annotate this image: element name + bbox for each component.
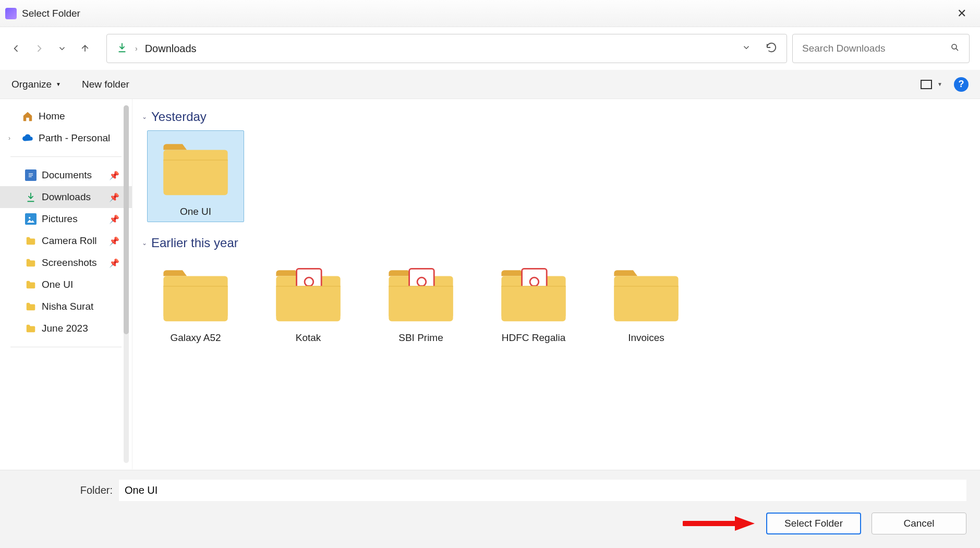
back-button[interactable] <box>10 43 22 54</box>
folder-icon <box>158 264 234 323</box>
downloads-icon <box>25 191 37 203</box>
help-button[interactable]: ? <box>954 77 969 92</box>
folder-item[interactable]: SBI Prime <box>372 257 469 348</box>
navigation-bar: › Downloads <box>0 27 980 70</box>
folder-icon <box>25 235 37 247</box>
pin-icon: 📌 <box>109 214 119 224</box>
forward-button[interactable] <box>33 43 45 54</box>
folder-label: Galaxy A52 <box>148 332 244 348</box>
content-pane[interactable]: ⌄YesterdayOne UI⌄Earlier this yearGalaxy… <box>132 99 980 469</box>
folder-icon <box>383 264 459 323</box>
folder-icon <box>608 264 684 323</box>
svg-rect-2 <box>29 174 33 174</box>
group-header[interactable]: ⌄Earlier this year <box>142 236 971 250</box>
sidebar-item-home[interactable]: Home <box>0 105 132 127</box>
folder-icon <box>270 264 346 323</box>
address-bar[interactable]: › Downloads <box>106 34 787 63</box>
sidebar-item-label: One UI <box>42 279 73 290</box>
title-bar: Select Folder ✕ <box>0 0 980 27</box>
sidebar: Home › Parth - Personal Documents📌Downlo… <box>0 99 132 469</box>
chevron-right-icon[interactable]: › <box>8 135 10 142</box>
folder-item[interactable]: HDFC Regalia <box>485 257 582 348</box>
chevron-down-icon: ▼ <box>937 81 942 87</box>
sidebar-item-label: Downloads <box>42 191 91 203</box>
chevron-down-icon: ▼ <box>56 81 61 87</box>
sidebar-item-label: Camera Roll <box>42 235 97 247</box>
pin-icon: 📌 <box>109 236 119 246</box>
folder-label: Invoices <box>598 332 694 348</box>
view-mode-button[interactable]: ▼ <box>921 80 942 89</box>
sidebar-item-camera-roll[interactable]: Camera Roll📌 <box>0 230 132 252</box>
folder-item[interactable]: One UI <box>147 130 244 222</box>
folder-label: One UI <box>148 206 244 222</box>
folder-icon <box>25 279 37 290</box>
folder-label: HDFC Regalia <box>486 332 582 348</box>
folder-name-label: Folder: <box>14 484 113 496</box>
folder-item[interactable]: Invoices <box>598 257 695 348</box>
folder-icon <box>25 323 37 334</box>
folder-icon <box>495 264 572 323</box>
cancel-button[interactable]: Cancel <box>872 513 966 534</box>
sidebar-item-downloads[interactable]: Downloads📌 <box>0 186 132 208</box>
organize-button[interactable]: Organize▼ <box>11 79 61 90</box>
pictures-icon <box>25 213 37 225</box>
document-icon <box>25 169 37 181</box>
view-icon <box>921 80 932 89</box>
sidebar-item-label: June 2023 <box>42 323 88 334</box>
pin-icon: 📌 <box>109 171 119 180</box>
folder-name-input[interactable] <box>119 480 966 501</box>
footer-panel: Folder: Select Folder Cancel <box>0 470 980 548</box>
new-folder-button[interactable]: New folder <box>82 79 129 90</box>
folder-icon <box>25 257 37 269</box>
sidebar-scrollbar[interactable] <box>124 105 129 463</box>
folder-item[interactable]: Galaxy A52 <box>147 257 244 348</box>
downloads-icon <box>116 42 128 55</box>
folder-label: SBI Prime <box>373 332 469 348</box>
separator <box>10 156 122 157</box>
select-folder-button[interactable]: Select Folder <box>766 513 861 534</box>
sidebar-item-one-ui[interactable]: One UI <box>0 274 132 296</box>
scrollbar-thumb[interactable] <box>124 105 129 334</box>
svg-rect-4 <box>29 176 32 177</box>
cloud-icon <box>22 132 33 144</box>
chevron-down-icon: ⌄ <box>142 113 147 120</box>
svg-point-6 <box>29 217 31 219</box>
group-header[interactable]: ⌄Yesterday <box>142 109 971 124</box>
group-name: Yesterday <box>151 109 207 124</box>
sidebar-item-screenshots[interactable]: Screenshots📌 <box>0 252 132 274</box>
refresh-button[interactable] <box>766 42 777 55</box>
close-button[interactable]: ✕ <box>949 7 975 20</box>
pin-icon: 📌 <box>109 258 119 268</box>
sidebar-item-label: Nisha Surat <box>42 301 93 312</box>
svg-rect-3 <box>29 175 33 175</box>
home-icon <box>22 111 33 122</box>
sidebar-item-documents[interactable]: Documents📌 <box>0 164 132 186</box>
sidebar-item-label: Pictures <box>42 213 78 225</box>
search-input[interactable] <box>802 43 950 54</box>
sidebar-item-onedrive[interactable]: › Parth - Personal <box>0 127 132 149</box>
window-title: Select Folder <box>22 8 80 19</box>
sidebar-item-pictures[interactable]: Pictures📌 <box>0 208 132 230</box>
svg-point-0 <box>952 44 957 49</box>
chevron-down-icon: ⌄ <box>142 239 147 247</box>
path-dropdown[interactable] <box>742 43 751 54</box>
toolbar: Organize▼ New folder ▼ ? <box>0 70 980 99</box>
chevron-right-icon: › <box>135 44 138 53</box>
sidebar-item-nisha-surat[interactable]: Nisha Surat <box>0 296 132 318</box>
folder-item[interactable]: Kotak <box>260 257 357 348</box>
sidebar-item-label: Home <box>39 111 65 122</box>
separator <box>10 347 122 347</box>
search-box[interactable] <box>792 34 970 63</box>
app-icon <box>5 8 17 19</box>
sidebar-item-june-2023[interactable]: June 2023 <box>0 318 132 339</box>
recent-dropdown[interactable] <box>56 43 68 54</box>
group-name: Earlier this year <box>151 236 238 250</box>
sidebar-item-label: Screenshots <box>42 257 97 269</box>
folder-label: Kotak <box>260 332 356 348</box>
pin-icon: 📌 <box>109 192 119 202</box>
up-button[interactable] <box>79 43 91 54</box>
sidebar-item-label: Documents <box>42 169 92 181</box>
breadcrumb-item[interactable]: Downloads <box>145 43 197 55</box>
annotation-arrow <box>683 513 756 534</box>
sidebar-item-label: Parth - Personal <box>39 132 110 144</box>
